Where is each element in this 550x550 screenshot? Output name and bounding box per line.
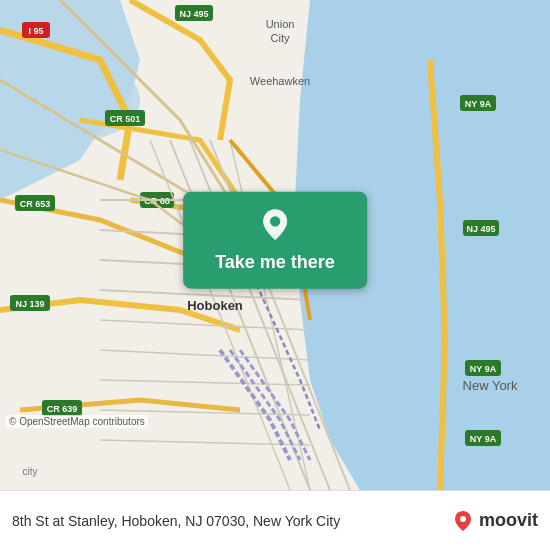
address-text: 8th St at Stanley, Hoboken, NJ 07030, Ne…: [12, 513, 340, 529]
take-me-there-button[interactable]: Take me there: [183, 192, 367, 289]
svg-text:CR 653: CR 653: [20, 199, 51, 209]
svg-point-47: [270, 216, 280, 226]
svg-text:NY 9A: NY 9A: [470, 434, 497, 444]
svg-text:New York: New York: [463, 378, 518, 393]
svg-text:CR 501: CR 501: [110, 114, 141, 124]
svg-text:Hoboken: Hoboken: [187, 298, 243, 313]
moovit-icon: [451, 509, 475, 533]
svg-text:NJ 139: NJ 139: [15, 299, 44, 309]
svg-text:NY 9A: NY 9A: [470, 364, 497, 374]
moovit-text: moovit: [479, 510, 538, 531]
svg-text:NJ 495: NJ 495: [179, 9, 208, 19]
map-container: I 95 NJ 495 NY 9A NJ 495 NY 9A NY 9A CR …: [0, 0, 550, 490]
svg-text:city: city: [23, 466, 38, 477]
svg-text:CR 639: CR 639: [47, 404, 78, 414]
svg-text:NY 9A: NY 9A: [465, 99, 492, 109]
svg-text:I 95: I 95: [28, 26, 43, 36]
svg-point-48: [460, 516, 466, 522]
svg-text:NJ 495: NJ 495: [466, 224, 495, 234]
bottom-bar: 8th St at Stanley, Hoboken, NJ 07030, Ne…: [0, 490, 550, 550]
svg-text:Weehawken: Weehawken: [250, 75, 310, 87]
button-overlay: Take me there: [183, 192, 367, 289]
svg-text:City: City: [271, 32, 290, 44]
osm-credit: © OpenStreetMap contributors: [6, 415, 148, 428]
moovit-logo: moovit: [451, 509, 538, 533]
svg-text:Union: Union: [266, 18, 295, 30]
map-pin-icon: [257, 208, 293, 244]
button-label: Take me there: [215, 252, 335, 273]
